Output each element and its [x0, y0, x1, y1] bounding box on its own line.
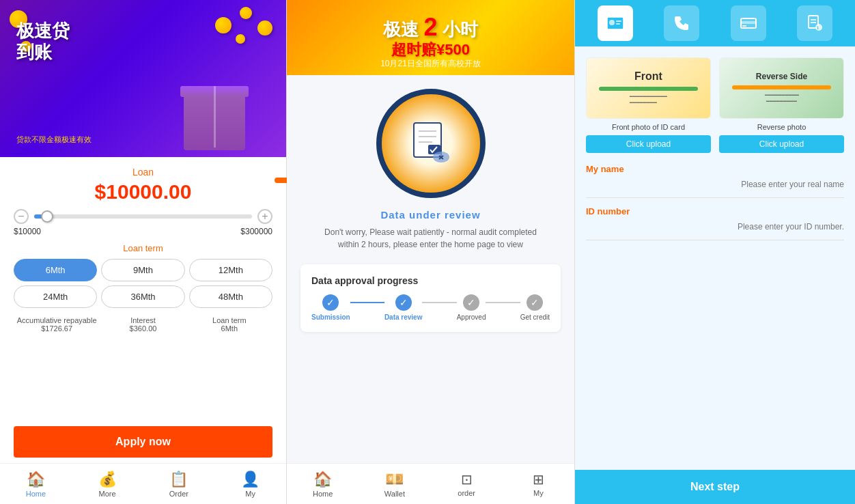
field-id-number: ID number — [586, 206, 844, 240]
banner2-line1: 极速 — [383, 19, 419, 40]
panel1-bottom-nav: 🏠 Home 💰 More 📋 Order 👤 My — [0, 463, 286, 504]
apply-now-button[interactable]: Apply now — [14, 426, 272, 458]
id-card-front-label: Front — [634, 70, 662, 83]
step-circle-data-review: ✓ — [395, 294, 412, 311]
term-btn-48mth[interactable]: 48Mth — [189, 285, 272, 308]
coin-icon — [215, 17, 232, 33]
upload-reverse-btn[interactable]: Click upload — [719, 135, 844, 153]
panel3-id-section: Front ━━━━━━━━━━━━━━━━━━━ Front photo of… — [575, 46, 855, 470]
tab-credit-card[interactable] — [731, 5, 766, 41]
more-icon: 💰 — [98, 471, 117, 488]
slider-max-label: $300000 — [240, 227, 272, 236]
field-my-name-label: My name — [586, 164, 844, 174]
nav-more[interactable]: 💰 More — [72, 464, 143, 504]
term-buttons-grid: 6Mth 9Mth 12Mth 24Mth 36Mth 48Mth — [14, 259, 272, 308]
step-circle-get-credit: ✓ — [527, 294, 543, 311]
term-btn-12mth[interactable]: 12Mth — [189, 259, 272, 281]
progress-steps: ✓ Submission ✓ Data review ✓ Approved ✓ … — [311, 294, 550, 321]
p2-nav-wallet-label: Wallet — [384, 490, 405, 498]
panel1-banner: 极速贷 到账 贷款不限金额极速有效 — [0, 0, 286, 157]
svg-rect-14 — [742, 25, 746, 27]
id-number-input[interactable] — [586, 219, 844, 234]
loan-slider-row: − + — [14, 209, 272, 224]
nav-home-label: Home — [26, 490, 46, 498]
id-cards-row: Front ━━━━━━━━━━━━━━━━━━━ Front photo of… — [586, 57, 844, 153]
banner2-small: 10月21日全国所有高校开放 — [380, 58, 481, 70]
coin-icon — [257, 20, 272, 36]
id-card-reverse-label: Reverse Side — [756, 72, 807, 81]
step-circle-approved: ✓ — [463, 294, 479, 311]
p2-home-icon: 🏠 — [313, 471, 332, 488]
svg-point-9 — [609, 20, 615, 25]
p2-nav-order-label: order — [458, 489, 475, 497]
step-label-submission: Submission — [311, 313, 350, 321]
stat-interest-value: $360.00 — [100, 324, 186, 333]
nav-home[interactable]: 🏠 Home — [0, 464, 72, 504]
online-service-badge[interactable]: 在线客服 — [275, 178, 287, 183]
banner1-subtitle: 贷款不限金额极速有效 — [16, 135, 92, 145]
review-circle — [376, 89, 486, 198]
my-icon: 👤 — [241, 471, 260, 488]
panel2-banner: 极速 2 小时 超时赔¥500 10月21日全国所有高校开放 — [287, 0, 574, 75]
order-icon: 📋 — [169, 471, 188, 488]
panel2-content: Data under review Don't worry, Please wa… — [287, 75, 574, 463]
id-card-reverse-item: Reverse Side ━━━━━━━━━━━━━━━━━━━ Reverse… — [719, 57, 844, 153]
p2-wallet-icon: 💴 — [385, 471, 404, 488]
banner2-line2: 超时赔¥500 — [383, 40, 478, 60]
svg-point-18 — [815, 24, 822, 31]
term-btn-36mth[interactable]: 36Mth — [101, 285, 184, 308]
stat-interest-label: Interest — [100, 316, 186, 324]
stat-loan-term-label: Loan term — [186, 316, 272, 324]
tab-document[interactable]: i — [797, 5, 832, 41]
step-get-credit: ✓ Get credit — [520, 294, 550, 321]
review-title: Data under review — [380, 209, 480, 221]
stat-loan-term-value: 6Mth — [186, 324, 272, 333]
panel2: 极速 2 小时 超时赔¥500 10月21日全国所有高校开放 — [287, 0, 575, 504]
panel2-nav-wallet[interactable]: 💴 Wallet — [359, 464, 430, 504]
step-label-get-credit: Get credit — [520, 313, 550, 321]
stat-interest: Interest $360.00 — [100, 316, 186, 333]
field-id-number-label: ID number — [586, 206, 844, 216]
slider-track[interactable] — [34, 214, 252, 219]
tab-phone[interactable] — [664, 5, 699, 41]
panel2-nav-order[interactable]: ⊡ order — [431, 464, 503, 504]
slider-increase-btn[interactable]: + — [257, 209, 272, 224]
svg-rect-11 — [616, 23, 620, 25]
slider-decrease-btn[interactable]: − — [14, 209, 29, 224]
nav-my[interactable]: 👤 My — [214, 464, 286, 504]
id-card-front-lines: ━━━━━━━━━━━━━━━━━━━ — [630, 94, 667, 106]
term-btn-24mth[interactable]: 24Mth — [14, 285, 97, 308]
review-document-icon — [404, 116, 458, 171]
id-card-front-caption: Front photo of ID card — [612, 123, 685, 131]
p2-my-icon: ⊞ — [533, 471, 544, 488]
id-card-front-bar — [599, 87, 698, 91]
nav-order[interactable]: 📋 Order — [143, 464, 215, 504]
panel2-nav-my[interactable]: ⊞ My — [503, 464, 574, 504]
review-description: Don't worry, Please wait patiently - nor… — [322, 226, 540, 251]
gift-box — [184, 96, 245, 150]
tab-id-card[interactable] — [598, 5, 633, 41]
next-step-button[interactable]: Next step — [575, 470, 855, 504]
svg-rect-10 — [616, 20, 621, 22]
nav-order-label: Order — [169, 490, 188, 498]
p2-nav-my-label: My — [533, 489, 544, 497]
nav-more-label: More — [99, 490, 116, 498]
svg-text:i: i — [817, 25, 819, 31]
panel2-nav-home[interactable]: 🏠 Home — [287, 464, 359, 504]
stat-accumulative-label: Accumulative repayable — [14, 316, 100, 324]
term-btn-9mth[interactable]: 9Mth — [101, 259, 184, 281]
step-line-1 — [350, 302, 384, 303]
term-btn-6mth[interactable]: 6Mth — [14, 259, 97, 281]
svg-rect-13 — [741, 21, 756, 24]
id-card-reverse-bar — [732, 85, 831, 89]
step-submission: ✓ Submission — [311, 294, 350, 321]
p2-nav-home-label: Home — [313, 490, 333, 498]
id-card-reverse-lines: ━━━━━━━━━━━━━━━━━━━ — [765, 92, 799, 104]
id-card-reverse-caption: Reverse photo — [757, 123, 807, 131]
panel2-bottom-nav: 🏠 Home 💴 Wallet ⊡ order ⊞ My — [287, 463, 574, 504]
upload-front-btn[interactable]: Click upload — [586, 135, 711, 153]
banner2-number: 2 — [423, 13, 437, 41]
nav-my-label: My — [245, 490, 255, 498]
my-name-input[interactable] — [586, 177, 844, 192]
coin-icon — [236, 34, 245, 44]
